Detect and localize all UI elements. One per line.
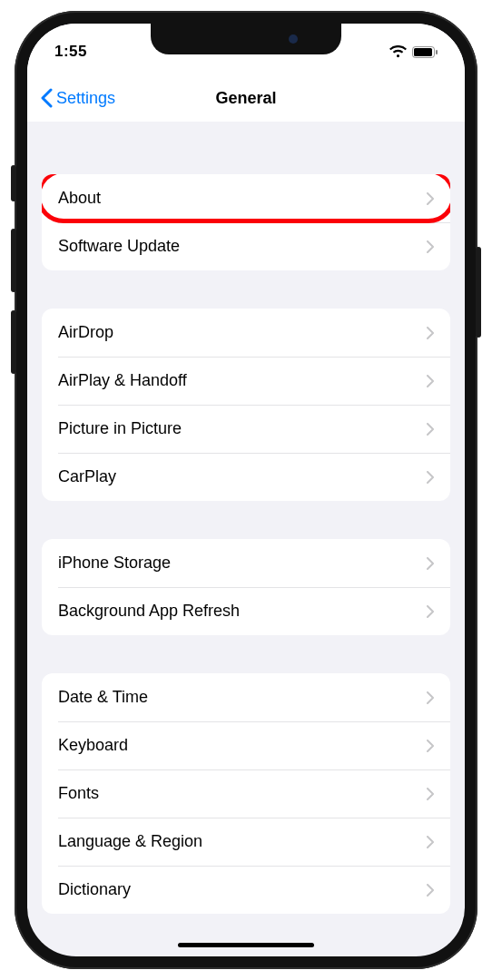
row-picture-in-picture[interactable]: Picture in Picture (42, 405, 450, 453)
row-airplay-handoff[interactable]: AirPlay & Handoff (42, 357, 450, 405)
settings-group: iPhone Storage Background App Refresh (42, 539, 450, 635)
row-background-app-refresh[interactable]: Background App Refresh (42, 587, 450, 635)
chevron-right-icon (427, 836, 434, 848)
row-software-update[interactable]: Software Update (42, 222, 450, 270)
row-label: Software Update (58, 237, 180, 256)
battery-icon (412, 46, 438, 58)
power-button (476, 247, 481, 338)
chevron-right-icon (427, 557, 434, 570)
chevron-left-icon (40, 88, 53, 108)
svg-rect-1 (414, 48, 432, 56)
row-label: AirDrop (58, 323, 113, 342)
chevron-right-icon (427, 423, 434, 436)
chevron-right-icon (427, 192, 434, 205)
settings-group: Date & Time Keyboard Fonts Language & Re… (42, 673, 450, 914)
row-label: Fonts (58, 784, 99, 803)
home-indicator (178, 943, 314, 947)
row-carplay[interactable]: CarPlay (42, 453, 450, 501)
row-dictionary[interactable]: Dictionary (42, 866, 450, 914)
chevron-right-icon (427, 240, 434, 253)
chevron-right-icon (427, 740, 434, 752)
row-label: Picture in Picture (58, 419, 182, 438)
row-label: About (58, 189, 101, 208)
row-label: CarPlay (58, 467, 116, 486)
content: About Software Update AirDrop AirPlay & … (27, 122, 465, 914)
status-time: 1:55 (54, 43, 87, 61)
row-label: Keyboard (58, 736, 128, 755)
chevron-right-icon (427, 375, 434, 387)
svg-rect-2 (436, 50, 438, 54)
settings-group: About Software Update (42, 174, 450, 270)
row-language-region[interactable]: Language & Region (42, 818, 450, 866)
back-button[interactable]: Settings (40, 88, 115, 108)
chevron-right-icon (427, 884, 434, 897)
row-airdrop[interactable]: AirDrop (42, 309, 450, 357)
row-fonts[interactable]: Fonts (42, 769, 450, 818)
page-title: General (215, 89, 276, 108)
row-label: iPhone Storage (58, 554, 171, 573)
screen: 1:55 Settings General (27, 24, 465, 956)
row-keyboard[interactable]: Keyboard (42, 721, 450, 769)
chevron-right-icon (427, 605, 434, 618)
volume-down (11, 310, 16, 374)
row-iphone-storage[interactable]: iPhone Storage (42, 539, 450, 587)
nav-bar: Settings General (27, 74, 465, 122)
chevron-right-icon (427, 471, 434, 484)
wifi-icon (389, 45, 407, 58)
row-date-time[interactable]: Date & Time (42, 673, 450, 721)
mute-switch (11, 165, 16, 201)
chevron-right-icon (427, 691, 434, 704)
row-label: Background App Refresh (58, 602, 240, 621)
back-label: Settings (56, 89, 115, 108)
row-label: Language & Region (58, 832, 202, 851)
row-label: Date & Time (58, 688, 148, 707)
chevron-right-icon (427, 327, 434, 339)
device-frame: 1:55 Settings General (15, 11, 477, 969)
volume-up (11, 229, 16, 292)
notch (151, 24, 341, 54)
chevron-right-icon (427, 788, 434, 800)
row-label: AirPlay & Handoff (58, 371, 187, 390)
row-about[interactable]: About (42, 174, 450, 222)
settings-group: AirDrop AirPlay & Handoff Picture in Pic… (42, 309, 450, 501)
row-label: Dictionary (58, 880, 131, 899)
